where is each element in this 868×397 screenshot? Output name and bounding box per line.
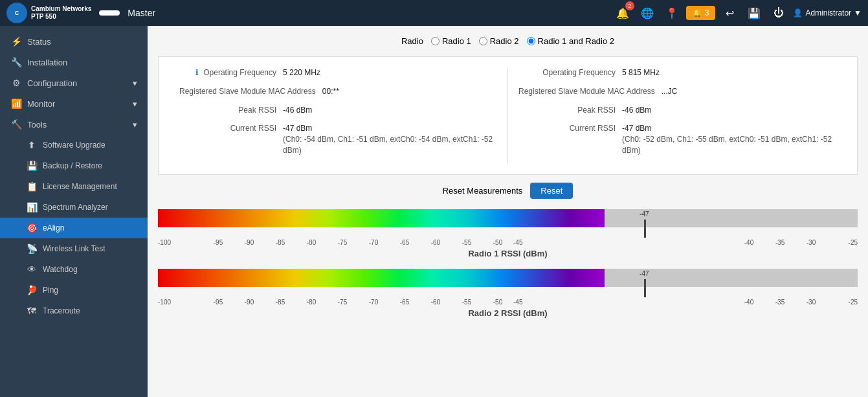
logo-icon: C: [6, 3, 27, 23]
alarm-icon: 🔔: [693, 8, 702, 17]
sidebar-item-traceroute[interactable]: 🗺 Traceroute: [0, 301, 148, 321]
sidebar-item-installation[interactable]: 🔧 Installation: [0, 52, 148, 73]
radio2-gradient: [158, 269, 605, 287]
reset-area: Reset Measurements Reset: [158, 183, 858, 199]
power-button[interactable]: ⏻: [768, 3, 789, 23]
left-peak-rssi-label: Peak RSSI: [179, 105, 283, 116]
right-mac-row: Registered Slave Module MAC Address ...J…: [518, 86, 836, 97]
sidebar-item-label: Status: [27, 37, 51, 47]
sidebar-item-license-management[interactable]: 📋 License Management: [0, 176, 148, 197]
undo-button[interactable]: ↩: [719, 3, 740, 23]
sidebar-item-label: Spectrum Analyzer: [43, 203, 108, 212]
sidebar-item-label: Monitor: [27, 99, 55, 109]
user-menu[interactable]: 👤 Administrator ▼: [793, 8, 862, 17]
right-current-rssi-row: Current RSSI -47 dBm (Ch0: -52 dBm, Ch1:…: [518, 123, 836, 155]
spectrum-icon: 📊: [26, 202, 38, 212]
tools-arrow-icon: ▾: [133, 120, 137, 130]
right-peak-rssi-row: Peak RSSI -46 dBm: [518, 105, 836, 116]
right-metrics: Operating Frequency 5 815 MHz Registered…: [508, 67, 847, 164]
left-peak-rssi-value: -46 dBm: [283, 105, 312, 116]
radio2-marker-value: -47: [640, 270, 649, 277]
radio-selector: Radio Radio 1 Radio 2 Radio 1 and Radio …: [158, 36, 858, 46]
tools-icon: 🔨: [10, 119, 22, 130]
radio1-gradient: [158, 209, 605, 227]
right-freq-value: 5 815 MHz: [622, 67, 660, 78]
alarm-button[interactable]: 🔔 3: [686, 6, 716, 20]
globe-button[interactable]: 🌐: [637, 3, 658, 23]
sidebar-item-software-upgrade[interactable]: ⬆ Software Upgrade: [0, 135, 148, 155]
left-freq-label: ℹ Operating Frequency: [179, 67, 283, 78]
radio2-option[interactable]: Radio 2: [479, 36, 519, 46]
ping-icon: 🏓: [26, 285, 38, 295]
sidebar-item-label: Backup / Restore: [43, 161, 102, 170]
radio2-rssi-section: -47 -100 -95 -90 -85 -80 -75 -70 -65 -60…: [158, 269, 858, 318]
right-current-rssi-label: Current RSSI: [518, 123, 622, 134]
header: C Cambium Networks PTP 550 Master 🔔 2 🌐 …: [0, 0, 868, 26]
content-area: Radio Radio 1 Radio 2 Radio 1 and Radio …: [148, 26, 868, 397]
sidebar-item-watchdog[interactable]: 👁 Watchdog: [0, 259, 148, 280]
sidebar-item-label: Configuration: [27, 78, 77, 88]
radio2-marker-line: [644, 279, 646, 297]
right-mac-value: ...JC: [662, 86, 678, 97]
radio1-scale: -100 -95 -90 -85 -80 -75 -70 -65 -60 -55…: [158, 239, 858, 246]
device-button[interactable]: [99, 10, 120, 16]
radio1-marker-line: [644, 220, 646, 238]
left-mac-value: 00:**: [322, 86, 339, 97]
tools-submenu: ⬆ Software Upgrade 💾 Backup / Restore 📋 …: [0, 135, 148, 321]
left-freq-row: ℹ Operating Frequency 5 220 MHz: [179, 67, 497, 78]
info-icon: ℹ: [195, 68, 199, 77]
sidebar-item-ealign[interactable]: 🎯 eAlign: [0, 218, 148, 238]
left-mac-row: Registered Slave Module MAC Address 00:*…: [179, 86, 497, 97]
radio1-bar-wrapper: -47: [158, 209, 858, 238]
status-icon: ⚡: [10, 36, 22, 47]
sidebar-item-label: Software Upgrade: [43, 141, 106, 150]
left-peak-rssi-row: Peak RSSI -46 dBm: [179, 105, 497, 116]
radio-selector-label: Radio: [401, 36, 423, 46]
location-button[interactable]: 📍: [662, 3, 682, 23]
logo: C Cambium Networks PTP 550: [6, 3, 91, 23]
watchdog-icon: 👁: [26, 264, 38, 275]
left-current-rssi-label: Current RSSI: [179, 123, 283, 134]
left-current-rssi-value: -47 dBm (Ch0: -54 dBm, Ch1: -51 dBm, ext…: [283, 123, 497, 155]
radio-both-radio[interactable]: [527, 37, 535, 45]
sidebar-item-label: Wireless Link Test: [43, 244, 105, 253]
radio1-option[interactable]: Radio 1: [431, 36, 471, 46]
ealign-icon: 🎯: [26, 223, 38, 233]
sidebar-item-label: Watchdog: [43, 265, 78, 274]
alarm-count: 3: [705, 8, 709, 17]
monitor-icon: 📶: [10, 98, 22, 109]
sidebar-item-wireless-link-test[interactable]: 📡 Wireless Link Test: [0, 238, 148, 259]
left-mac-label: Registered Slave Module MAC Address: [179, 86, 322, 97]
sidebar-item-configuration[interactable]: ⚙ Configuration ▾: [0, 73, 148, 93]
radio2-scale: -100 -95 -90 -85 -80 -75 -70 -65 -60 -55…: [158, 299, 858, 306]
right-freq-label: Operating Frequency: [518, 67, 622, 78]
notification-bell-button[interactable]: 🔔 2: [612, 3, 633, 23]
radio1-rssi-title: Radio 1 RSSI (dBm): [158, 249, 858, 258]
license-icon: 📋: [26, 181, 38, 192]
radio2-bar-row: [158, 269, 858, 287]
sidebar-item-spectrum-analyzer[interactable]: 📊 Spectrum Analyzer: [0, 197, 148, 218]
configuration-icon: ⚙: [10, 78, 22, 88]
software-upgrade-icon: ⬆: [26, 140, 38, 150]
sidebar-item-label: Tools: [27, 120, 47, 130]
sidebar-item-tools[interactable]: 🔨 Tools ▾: [0, 114, 148, 135]
radio1-radio[interactable]: [431, 37, 440, 45]
right-peak-rssi-label: Peak RSSI: [518, 105, 622, 116]
radio1-bar-row: [158, 209, 858, 227]
sidebar-item-backup-restore[interactable]: 💾 Backup / Restore: [0, 155, 148, 176]
user-label: Administrator: [805, 8, 851, 17]
right-freq-row: Operating Frequency 5 815 MHz: [518, 67, 836, 78]
sidebar-item-ping[interactable]: 🏓 Ping: [0, 280, 148, 301]
radio2-radio[interactable]: [479, 37, 487, 45]
sidebar-item-monitor[interactable]: 📶 Monitor ▾: [0, 93, 148, 114]
reset-button[interactable]: Reset: [530, 183, 573, 199]
right-peak-rssi-value: -46 dBm: [622, 105, 651, 116]
sidebar-item-status[interactable]: ⚡ Status: [0, 31, 148, 52]
radio2-bar-wrapper: -47: [158, 269, 858, 297]
notification-badge: 2: [625, 1, 634, 10]
radio-both-option[interactable]: Radio 1 and Radio 2: [527, 36, 615, 46]
sidebar-item-label: Traceroute: [43, 306, 80, 315]
save-button[interactable]: 💾: [744, 3, 764, 23]
sidebar-item-label: Installation: [27, 58, 67, 67]
traceroute-icon: 🗺: [26, 306, 38, 316]
